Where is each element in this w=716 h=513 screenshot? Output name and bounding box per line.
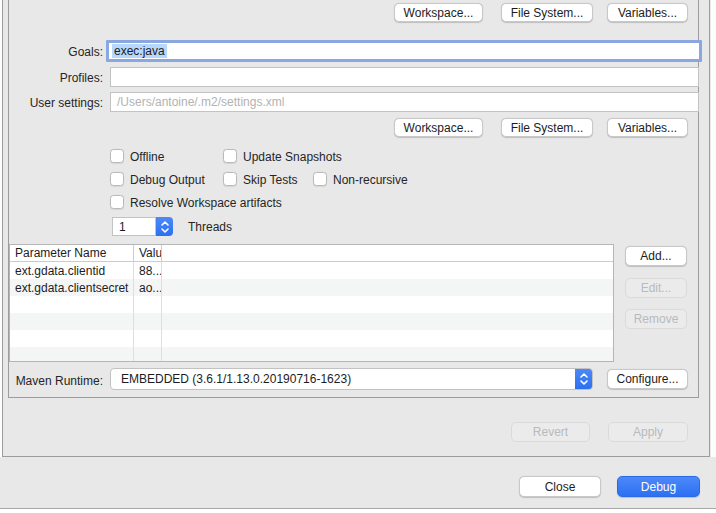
threads-spinner[interactable]: 1 bbox=[112, 217, 156, 236]
stepper-arrows-icon bbox=[160, 220, 170, 234]
table-empty-row bbox=[10, 330, 613, 347]
user-settings-label: User settings: bbox=[10, 96, 103, 110]
non-recursive-checkbox[interactable] bbox=[313, 172, 327, 186]
resolve-workspace-artifacts-checkbox[interactable] bbox=[110, 195, 124, 209]
table-row[interactable]: ext.gdata.clientid 88... bbox=[10, 262, 613, 279]
goals-selected-text: exec:java bbox=[112, 44, 167, 58]
profiles-input[interactable] bbox=[110, 67, 699, 87]
update-snapshots-checkbox[interactable] bbox=[223, 149, 237, 163]
table-header-row: Parameter Name Value bbox=[10, 245, 613, 262]
skip-tests-checkbox[interactable] bbox=[223, 172, 237, 186]
profiles-label: Profiles: bbox=[20, 71, 103, 85]
file-system-button-top[interactable]: File System... bbox=[501, 3, 593, 22]
parameter-value-cell: ao... bbox=[134, 279, 162, 296]
workspace-button-mid[interactable]: Workspace... bbox=[394, 118, 483, 137]
parameters-table[interactable]: Parameter Name Value ext.gdata.clientid … bbox=[9, 244, 614, 362]
offline-checkbox[interactable] bbox=[110, 149, 124, 163]
threads-label: Threads bbox=[188, 220, 232, 234]
maven-runtime-label: Maven Runtime: bbox=[5, 374, 103, 388]
workspace-button-top[interactable]: Workspace... bbox=[394, 3, 483, 22]
column-header-parameter-name[interactable]: Parameter Name bbox=[10, 245, 134, 261]
parameter-name-cell: ext.gdata.clientsecret bbox=[10, 279, 134, 296]
skip-tests-label: Skip Tests bbox=[243, 173, 297, 187]
table-empty-row bbox=[10, 347, 613, 362]
add-parameter-button[interactable]: Add... bbox=[625, 246, 687, 266]
window-bottom-edge bbox=[0, 508, 716, 509]
user-settings-placeholder: /Users/antoine/.m2/settings.xml bbox=[111, 95, 284, 109]
resolve-workspace-artifacts-label: Resolve Workspace artifacts bbox=[130, 196, 282, 210]
file-system-button-mid[interactable]: File System... bbox=[501, 118, 593, 137]
close-button[interactable]: Close bbox=[519, 476, 601, 497]
variables-button-mid[interactable]: Variables... bbox=[607, 118, 688, 137]
configure-button[interactable]: Configure... bbox=[607, 369, 688, 389]
update-snapshots-label: Update Snapshots bbox=[243, 150, 342, 164]
edit-parameter-button[interactable]: Edit... bbox=[625, 278, 687, 298]
threads-stepper[interactable] bbox=[156, 217, 173, 236]
maven-runtime-value: EMBEDDED (3.6.1/1.13.0.20190716-1623) bbox=[111, 372, 351, 386]
table-empty-row bbox=[10, 313, 613, 330]
stepper-arrows-icon bbox=[579, 372, 589, 386]
non-recursive-label: Non-recursive bbox=[333, 173, 408, 187]
threads-value: 1 bbox=[119, 220, 126, 234]
goals-label: Goals: bbox=[20, 45, 103, 59]
remove-parameter-button[interactable]: Remove bbox=[625, 309, 687, 329]
debug-output-label: Debug Output bbox=[130, 173, 205, 187]
parameter-value-cell: 88... bbox=[134, 262, 162, 279]
table-row[interactable]: ext.gdata.clientsecret ao... bbox=[10, 279, 613, 296]
apply-button[interactable]: Apply bbox=[608, 422, 688, 442]
maven-configuration-dialog: Workspace... File System... Variables...… bbox=[0, 0, 716, 509]
user-settings-input[interactable]: /Users/antoine/.m2/settings.xml bbox=[110, 92, 699, 112]
debug-button[interactable]: Debug bbox=[617, 476, 700, 497]
maven-runtime-select[interactable]: EMBEDDED (3.6.1/1.13.0.20190716-1623) bbox=[110, 368, 593, 390]
parameter-name-cell: ext.gdata.clientid bbox=[10, 262, 134, 279]
revert-button[interactable]: Revert bbox=[511, 422, 590, 442]
goals-input[interactable]: exec:java bbox=[106, 40, 702, 62]
maven-runtime-dropdown-stepper[interactable] bbox=[575, 369, 592, 389]
column-header-filler bbox=[162, 245, 613, 261]
window-left-edge bbox=[0, 0, 2, 457]
debug-output-checkbox[interactable] bbox=[110, 172, 124, 186]
offline-label: Offline bbox=[130, 150, 164, 164]
variables-button-top[interactable]: Variables... bbox=[607, 3, 688, 22]
column-header-value[interactable]: Value bbox=[134, 245, 162, 261]
window-right-edge bbox=[711, 0, 716, 457]
table-empty-row bbox=[10, 296, 613, 313]
